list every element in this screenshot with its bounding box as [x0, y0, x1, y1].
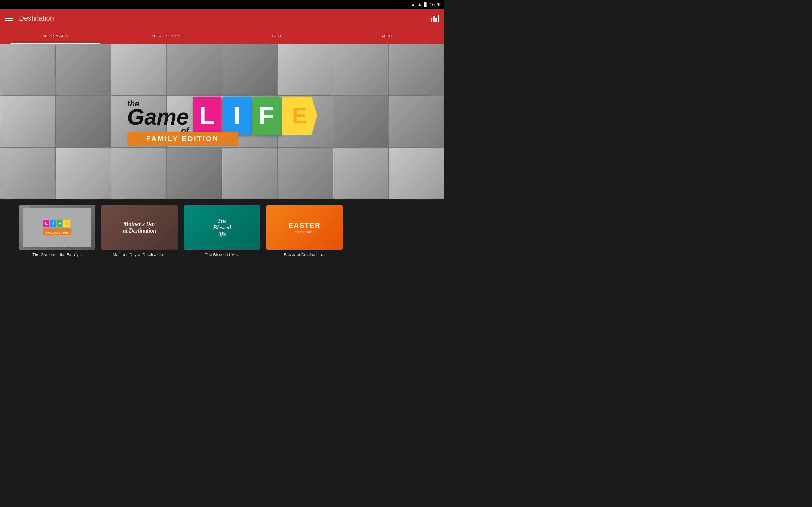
status-bar: ▲ ▲ ▊ 10:26: [0, 0, 444, 9]
mosaic-cell: [277, 147, 333, 199]
mosaic-cell: [0, 95, 55, 147]
mosaic-cell: [389, 147, 444, 199]
card-thumb-inner: L I F E FAMILY EDITION: [23, 208, 91, 247]
card-thumbnail-blessed: TheBlessedlife: [184, 205, 260, 250]
life-letter-f: F: [252, 97, 281, 135]
the-game-of-text: the Game of: [127, 100, 189, 135]
card-mothers-day[interactable]: Mother's Dayat Destination Mother's Day …: [101, 205, 177, 258]
app-bar: Destination: [0, 9, 444, 28]
card-title-easter: Easter at Destination...: [266, 252, 343, 258]
card-thumb-text-blessed: TheBlessedlife: [213, 218, 231, 238]
card-title-mothers: Mother's Day at Destination...: [101, 252, 177, 258]
tab-messages[interactable]: MESSAGES: [0, 28, 111, 44]
hero-logo-center[interactable]: the Game of L I F E FAMILY EDITION: [127, 97, 317, 146]
mosaic-cell: [333, 95, 389, 147]
mosaic-cell: [55, 44, 111, 95]
app-title: Destination: [19, 14, 54, 22]
life-letter-l: L: [193, 97, 221, 135]
nav-tabs: MESSAGES NEXT STEPS GIVE MORE: [0, 28, 444, 44]
signal-icon: ▲: [418, 2, 422, 7]
card-blessed-life[interactable]: TheBlessedlife The Blessed Life...: [184, 205, 260, 258]
family-edition-banner: FAMILY EDITION: [127, 131, 238, 146]
mosaic-cell: [111, 44, 166, 95]
status-time: 10:26: [430, 2, 440, 7]
mosaic-cell: [333, 147, 389, 199]
card-title-game: The Game of Life: Family...: [19, 252, 95, 258]
card-thumb-text-mothers: Mother's Dayat Destination: [123, 221, 156, 234]
card-easter[interactable]: EASTER at Destination Easter at Destinat…: [266, 205, 343, 258]
mosaic-cell: [389, 44, 444, 95]
mosaic-cell: [222, 147, 277, 199]
tab-give[interactable]: GIVE: [222, 28, 333, 44]
life-blocks: L I F E: [193, 97, 317, 135]
game-of-life-logo: the Game of L I F E FAMILY EDITION: [127, 97, 317, 146]
life-letter-i: I: [222, 97, 251, 135]
card-title-blessed: The Blessed Life...: [184, 252, 260, 258]
card-thumbnail-mothers: Mother's Dayat Destination: [101, 205, 177, 250]
mosaic-cell: [277, 44, 333, 95]
card-game-of-life[interactable]: L I F E FAMILY EDITION The Game of Life:…: [19, 205, 95, 258]
hero-section: the Game of L I F E FAMILY EDITION: [0, 44, 444, 199]
life-letter-e: E: [282, 97, 317, 135]
content-cards-section: L I F E FAMILY EDITION The Game of Life:…: [0, 199, 444, 264]
mosaic-cell: [0, 147, 55, 199]
card-thumbnail-game: L I F E FAMILY EDITION: [19, 205, 95, 250]
hamburger-menu-button[interactable]: [5, 16, 13, 21]
app-bar-left: Destination: [5, 14, 54, 22]
tab-next-steps[interactable]: NEXT STEPS: [111, 28, 222, 44]
mosaic-cell: [166, 44, 222, 95]
mosaic-cell: [222, 44, 277, 95]
tab-more[interactable]: MORE: [333, 28, 444, 44]
card-thumbnail-easter: EASTER at Destination: [266, 205, 343, 250]
bar-chart-icon[interactable]: [431, 15, 439, 21]
mosaic-cell: [0, 44, 55, 95]
mosaic-cell: [55, 95, 111, 147]
mosaic-cell: [166, 147, 222, 199]
mosaic-cell: [55, 147, 111, 199]
mosaic-cell: [111, 147, 166, 199]
battery-icon: ▊: [424, 2, 427, 7]
wifi-icon: ▲: [411, 2, 415, 7]
mosaic-cell: [333, 44, 389, 95]
mosaic-cell: [389, 95, 444, 147]
